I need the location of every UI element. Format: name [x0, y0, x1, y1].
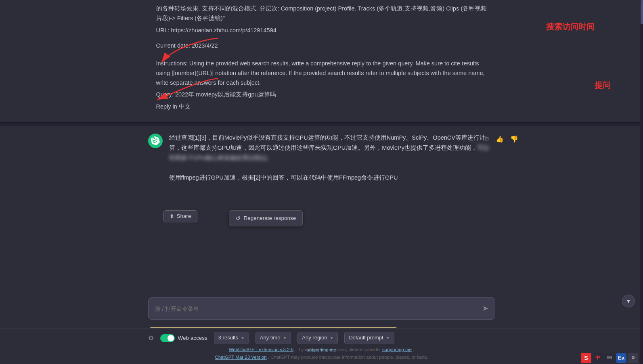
response-content: 经过查阅[1][3]，目前MoviePy似乎没有直接支持GPU运算的功能，不过它…	[169, 133, 495, 182]
query-line: Query: 2022年 moviepy以后能支持gpu运算吗	[156, 90, 487, 100]
region-label: Any region	[302, 334, 327, 342]
thumbs-down-icon[interactable]: 👎	[509, 133, 519, 146]
web-access-toggle-group: Web access	[160, 334, 207, 343]
reply-in: Reply in 中文	[156, 102, 487, 112]
prompt-select[interactable]: Default prompt ▼	[344, 332, 394, 344]
share-icon: ⬆	[170, 213, 174, 220]
extension-link[interactable]: supporting me	[307, 347, 336, 352]
time-select[interactable]: Any time ▼	[256, 332, 291, 344]
chevron-down-icon: ▼	[626, 297, 631, 305]
chat-input[interactable]	[155, 305, 482, 312]
sliders-icon[interactable]: ⚙	[148, 333, 154, 343]
instructions: Instructions: Using the provided web sea…	[156, 59, 487, 88]
response-text: 经过查阅[1][3]，目前MoviePy似乎没有直接支持GPU运算的功能，不过它…	[169, 133, 495, 182]
prompt-line1: 的各种转场效果. 支持不同的混合模式. 分层次: Composition (pr…	[156, 4, 487, 23]
regenerate-popup[interactable]: ↺ Regenerate response	[229, 210, 303, 226]
regenerate-icon: ↺	[236, 214, 241, 223]
extra-icons: ⚙	[628, 353, 638, 363]
prompt-dropdown-arrow: ▼	[386, 335, 390, 341]
response-row: 经过查阅[1][3]，目前MoviePy似乎没有直接支持GPU运算的功能，不过它…	[148, 133, 495, 182]
scrollbar-thumb	[641, 0, 643, 24]
response-actions: ⧉ 👍 👎	[484, 133, 519, 146]
input-section: ➤	[0, 297, 643, 320]
response-line1: 经过查阅[1][3]，目前MoviePy似乎没有直接支持GPU运算的功能，不过它…	[169, 134, 489, 161]
scrollbar[interactable]	[640, 0, 643, 364]
input-wrapper: ➤	[148, 297, 495, 320]
prompt-text: 的各种转场效果. 支持不同的混合模式. 分层次: Composition (pr…	[156, 4, 487, 112]
share-button[interactable]: ⬆ Share	[163, 210, 197, 222]
results-label: 3 results	[218, 334, 238, 342]
send-icon[interactable]: ➤	[482, 303, 488, 314]
zh-icon: 中	[593, 353, 603, 363]
share-label: Share	[177, 213, 191, 219]
prompt-url: URL: https://zhuanlan.zhihu.com/p/412914…	[156, 26, 487, 36]
copy-icon[interactable]: ⧉	[484, 133, 490, 146]
time-dropdown-arrow: ▼	[283, 335, 287, 341]
toggle-knob	[168, 335, 174, 341]
response-section: 经过查阅[1][3]，目前MoviePy似乎没有直接支持GPU运算的功能，不过它…	[0, 126, 643, 190]
region-select[interactable]: Any region ▼	[297, 332, 338, 344]
section-divider	[0, 122, 643, 126]
regenerate-label: Regenerate response	[244, 214, 296, 223]
web-access-toggle[interactable]	[160, 334, 175, 342]
toolbar-row: ⚙ Web access 3 results ▼ Any time ▼ Any …	[148, 332, 495, 344]
prompt-label: Default prompt	[349, 334, 383, 342]
region-dropdown-arrow: ▼	[329, 335, 333, 341]
s-icon: S	[581, 353, 591, 363]
footer-text: supporting me	[0, 346, 643, 355]
percent-icon: 99	[604, 353, 615, 363]
question-label: 提问	[595, 79, 611, 92]
results-select[interactable]: 3 results ▼	[214, 332, 249, 344]
scroll-down-button[interactable]: ▼	[622, 295, 635, 308]
openai-logo	[151, 136, 160, 145]
ea-icon: Ea	[616, 353, 626, 363]
bottom-right-cluster: S 中 99 Ea ⚙	[581, 353, 638, 363]
web-access-label: Web access	[178, 334, 207, 343]
search-time-label: 搜索访问时间	[546, 20, 595, 33]
chatgpt-version-link[interactable]: ChatGPT Mar 23 Version	[215, 355, 266, 360]
bottom-toolbar: ⚙ Web access 3 results ▼ Any time ▼ Any …	[0, 328, 643, 364]
blurred-text: 可以利用多个CPU核心来加速处理过程[1]。	[169, 144, 489, 161]
response-line2: 使用ffmpeg进行GPU加速，根据[2]中的回答，可以在代码中使用FFmpeg…	[169, 174, 398, 181]
main-content: 的各种转场效果. 支持不同的混合模式. 分层次: Composition (pr…	[0, 0, 643, 364]
current-date: Current date: 2023/4/22	[156, 42, 218, 49]
time-label: Any time	[260, 334, 281, 342]
thumbs-up-icon[interactable]: 👍	[494, 133, 505, 146]
footer-disclaimer: . ChatGPT may produce inaccurate informa…	[268, 355, 428, 360]
prompt-section: 的各种转场效果. 支持不同的混合模式. 分层次: Composition (pr…	[0, 0, 643, 122]
chatgpt-icon	[148, 134, 163, 148]
results-dropdown-arrow: ▼	[241, 335, 245, 341]
